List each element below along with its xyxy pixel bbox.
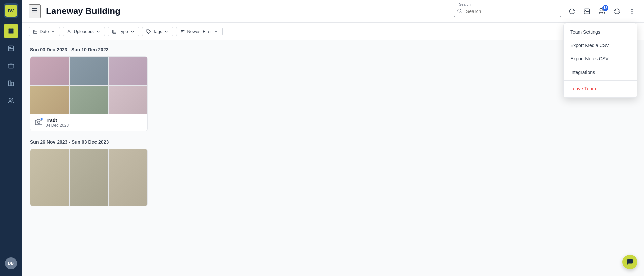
date-section-2: Sun 26 Nov 2023 - Sun 03 Dec 2023 xyxy=(30,139,636,206)
media-card-1[interactable]: Trsdt 04 Dec 2023 xyxy=(30,56,148,131)
sort-filter[interactable]: Newest First xyxy=(176,27,222,36)
search-input[interactable] xyxy=(454,6,561,17)
media-thumbnail-2 xyxy=(70,57,108,85)
user-avatar[interactable]: DB xyxy=(5,257,17,269)
svg-rect-8 xyxy=(11,82,13,86)
svg-point-15 xyxy=(585,10,586,10)
header: Laneway Building Search 12 xyxy=(22,0,644,23)
svg-rect-7 xyxy=(8,81,11,86)
recycle-button[interactable] xyxy=(612,6,622,17)
date-filter[interactable]: Date xyxy=(29,27,60,36)
media-thumbnail-1 xyxy=(30,57,69,85)
svg-rect-6 xyxy=(8,64,14,68)
svg-point-30 xyxy=(37,121,40,123)
svg-rect-1 xyxy=(11,29,13,31)
media-thumbnail-8 xyxy=(70,149,108,206)
page-title: Laneway Building xyxy=(46,6,448,16)
dropdown-menu: Team Settings Export Media CSV Export No… xyxy=(563,23,637,98)
card-date-1: 04 Dec 2023 xyxy=(46,123,69,128)
dropdown-export-notes[interactable]: Export Notes CSV xyxy=(564,52,637,65)
sidebar-item-buildings[interactable] xyxy=(4,76,18,91)
sidebar-item-briefcase[interactable] xyxy=(4,58,18,73)
filter-bar: Date Uploaders Type Tags Newest First xyxy=(22,23,644,40)
svg-point-18 xyxy=(631,11,632,12)
date-section-1: Sun 03 Dec 2023 - Sun 10 Dec 2023 xyxy=(30,47,636,131)
camera-icon-wrap xyxy=(35,118,42,127)
media-thumbnail-7 xyxy=(30,149,69,206)
media-thumbnail-3 xyxy=(109,57,147,85)
team-badge: 12 xyxy=(602,5,608,11)
uploader-name-1: Trsdt xyxy=(46,118,69,123)
sidebar-item-gallery[interactable] xyxy=(4,41,18,56)
team-button[interactable]: 12 xyxy=(596,6,608,17)
hamburger-button[interactable] xyxy=(29,4,41,18)
content-area: Sun 03 Dec 2023 - Sun 10 Dec 2023 xyxy=(22,40,644,276)
svg-point-9 xyxy=(9,98,11,101)
svg-point-13 xyxy=(458,9,461,12)
chat-widget[interactable] xyxy=(622,255,637,269)
main-content: Laneway Building Search 12 xyxy=(22,0,644,276)
type-filter-label: Type xyxy=(119,29,128,34)
svg-rect-2 xyxy=(8,31,11,34)
dropdown-integrations[interactable]: Integrations xyxy=(564,65,637,79)
media-card-2[interactable] xyxy=(30,149,148,206)
date-range-2: Sun 26 Nov 2023 - Sun 03 Dec 2023 xyxy=(30,139,636,145)
dropdown-leave-team[interactable]: Leave Team xyxy=(564,82,637,95)
card-text-1: Trsdt 04 Dec 2023 xyxy=(46,118,69,128)
sidebar: BV DB xyxy=(0,0,22,276)
svg-point-5 xyxy=(9,47,10,48)
image-upload-button[interactable] xyxy=(581,6,592,17)
dropdown-export-media[interactable]: Export Media CSV xyxy=(564,39,637,52)
refresh-button[interactable] xyxy=(567,6,577,17)
svg-rect-25 xyxy=(112,30,116,33)
media-thumbnail-4 xyxy=(30,86,69,114)
media-grid-2 xyxy=(30,149,147,206)
dropdown-divider xyxy=(564,80,637,81)
sidebar-item-people[interactable] xyxy=(4,93,18,108)
svg-rect-0 xyxy=(8,29,11,31)
dropdown-team-settings[interactable]: Team Settings xyxy=(564,25,637,39)
type-filter[interactable]: Type xyxy=(108,27,139,36)
search-label: Search xyxy=(458,2,472,6)
svg-point-17 xyxy=(631,9,632,10)
search-icon xyxy=(457,8,462,14)
date-range-1: Sun 03 Dec 2023 - Sun 10 Dec 2023 xyxy=(30,47,636,52)
sidebar-logo[interactable]: BV xyxy=(4,3,18,18)
search-container: Search xyxy=(454,6,561,17)
tags-filter-label: Tags xyxy=(153,29,162,34)
media-thumbnail-5 xyxy=(70,86,108,114)
sidebar-logo-text: BV xyxy=(5,5,17,17)
card-info-1: Trsdt 04 Dec 2023 xyxy=(30,114,147,131)
svg-point-19 xyxy=(631,13,632,14)
svg-point-16 xyxy=(600,8,602,11)
media-thumbnail-6 xyxy=(109,86,147,114)
header-actions: 12 xyxy=(567,6,637,17)
svg-rect-3 xyxy=(11,31,13,34)
camera-dot xyxy=(40,118,43,120)
more-options-button[interactable] xyxy=(627,6,637,17)
date-filter-label: Date xyxy=(40,29,49,34)
uploaders-filter[interactable]: Uploaders xyxy=(63,27,105,36)
media-grid-1 xyxy=(30,57,147,114)
svg-rect-20 xyxy=(34,30,37,34)
tags-filter[interactable]: Tags xyxy=(142,27,173,36)
sidebar-item-dashboard[interactable] xyxy=(4,24,18,38)
uploaders-filter-label: Uploaders xyxy=(74,29,93,34)
svg-point-24 xyxy=(69,30,70,32)
sort-filter-label: Newest First xyxy=(187,29,211,34)
media-thumbnail-9 xyxy=(109,149,147,206)
